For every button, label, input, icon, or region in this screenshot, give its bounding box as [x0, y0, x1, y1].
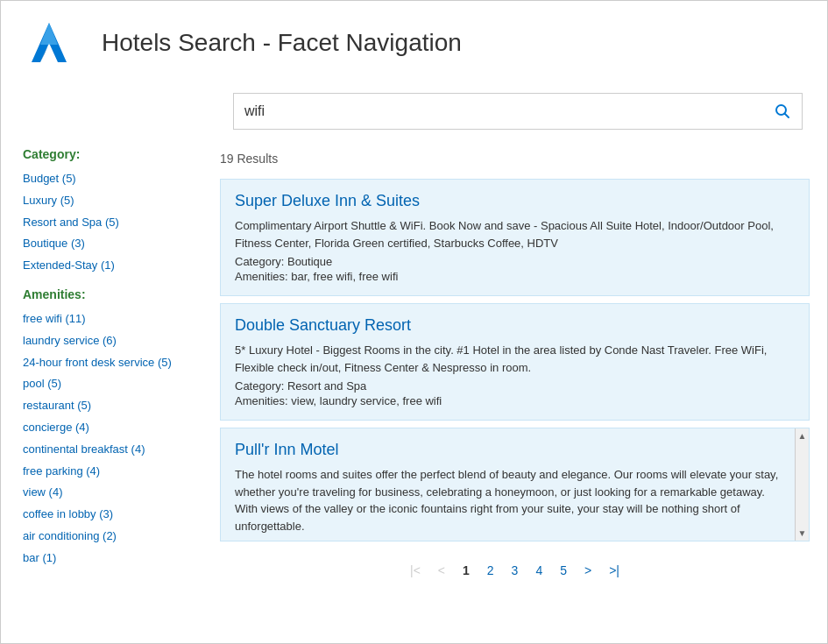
facet-continental-breakfast[interactable]: continental breakfast (4) — [23, 439, 185, 461]
facet-extended-stay[interactable]: Extended-Stay (1) — [23, 255, 185, 277]
scroll-bar: ▲ ▼ — [795, 428, 809, 541]
svg-line-4 — [785, 114, 789, 118]
hotel-amenities-1: Amenities: bar, free wifi, free wifi — [235, 270, 795, 283]
hotel-card-2: Double Sanctuary Resort 5* Luxury Hotel … — [220, 303, 810, 421]
hotel-card-1: Super Deluxe Inn & Suites Complimentary … — [220, 179, 810, 296]
category-facet: Category: Budget (5) Luxury (5) Resort a… — [23, 147, 185, 277]
pagination-page-5[interactable]: 5 — [555, 562, 572, 579]
facet-laundry[interactable]: laundry service (6) — [23, 330, 185, 352]
pagination-page-2[interactable]: 2 — [482, 562, 499, 579]
hotel-name-3[interactable]: Pull'r Inn Motel — [235, 441, 779, 459]
search-input[interactable] — [234, 103, 763, 119]
pagination: |< < 1 2 3 4 5 > >| — [220, 548, 810, 592]
results-count: 19 Results — [220, 147, 810, 166]
pagination-prev[interactable]: < — [433, 562, 450, 579]
search-icon — [775, 103, 790, 119]
facet-budget[interactable]: Budget (5) — [23, 168, 185, 190]
logo-icon — [27, 18, 71, 67]
hotel-card-3: Pull'r Inn Motel The hotel rooms and sui… — [220, 428, 810, 541]
facet-front-desk[interactable]: 24-hour front desk service (5) — [23, 352, 185, 374]
facet-restaurant[interactable]: restaurant (5) — [23, 395, 185, 417]
facet-pool[interactable]: pool (5) — [23, 373, 185, 395]
pagination-last[interactable]: >| — [604, 562, 625, 579]
scroll-up-button[interactable]: ▲ — [798, 428, 807, 443]
facet-free-wifi[interactable]: free wifi (11) — [23, 308, 185, 330]
search-bar — [233, 93, 803, 130]
facet-view[interactable]: view (4) — [23, 482, 185, 504]
pagination-page-3[interactable]: 3 — [506, 562, 524, 579]
pagination-page-1[interactable]: 1 — [457, 562, 475, 579]
pagination-next[interactable]: > — [579, 562, 597, 579]
hotel-category-2: Category: Resort and Spa — [235, 379, 795, 393]
facet-free-parking[interactable]: free parking (4) — [23, 461, 185, 483]
hotel-amenities-2: Amenities: view, laundry service, free w… — [235, 394, 795, 407]
facet-air-conditioning[interactable]: air conditioning (2) — [23, 526, 185, 548]
amenities-facet: Amenities: free wifi (11) laundry servic… — [23, 287, 185, 570]
header: Hotels Search - Facet Navigation — [1, 1, 827, 84]
pagination-first[interactable]: |< — [405, 562, 426, 579]
facet-resort-spa[interactable]: Resort and Spa (5) — [23, 212, 185, 234]
scroll-down-button[interactable]: ▼ — [798, 526, 807, 541]
search-container — [1, 84, 827, 138]
page-title: Hotels Search - Facet Navigation — [102, 29, 462, 57]
amenities-title: Amenities: — [23, 287, 185, 301]
svg-marker-1 — [40, 23, 58, 45]
facet-bar[interactable]: bar (1) — [23, 548, 185, 570]
hotel-name-1[interactable]: Super Deluxe Inn & Suites — [235, 192, 795, 210]
facet-concierge[interactable]: concierge (4) — [23, 417, 185, 439]
facet-boutique[interactable]: Boutique (3) — [23, 233, 185, 255]
facet-luxury[interactable]: Luxury (5) — [23, 190, 185, 212]
hotel-category-1: Category: Boutique — [235, 255, 795, 268]
category-title: Category: — [23, 147, 185, 161]
logo-container — [27, 18, 71, 67]
sidebar: Category: Budget (5) Luxury (5) Resort a… — [1, 138, 202, 643]
hotel-name-2[interactable]: Double Sanctuary Resort — [235, 316, 795, 335]
main-layout: Category: Budget (5) Luxury (5) Resort a… — [1, 138, 827, 643]
hotel-desc-2: 5* Luxury Hotel - Biggest Rooms in the c… — [235, 342, 795, 376]
pagination-page-4[interactable]: 4 — [530, 562, 548, 579]
hotel-desc-1: Complimentary Airport Shuttle & WiFi. Bo… — [235, 217, 795, 251]
hotel-desc-3: The hotel rooms and suites offer the per… — [235, 466, 779, 534]
results-area: 19 Results Super Deluxe Inn & Suites Com… — [202, 138, 827, 643]
app-container: Hotels Search - Facet Navigation Categor… — [0, 0, 828, 644]
search-button[interactable] — [763, 93, 802, 130]
facet-coffee-lobby[interactable]: coffee in lobby (3) — [23, 504, 185, 526]
